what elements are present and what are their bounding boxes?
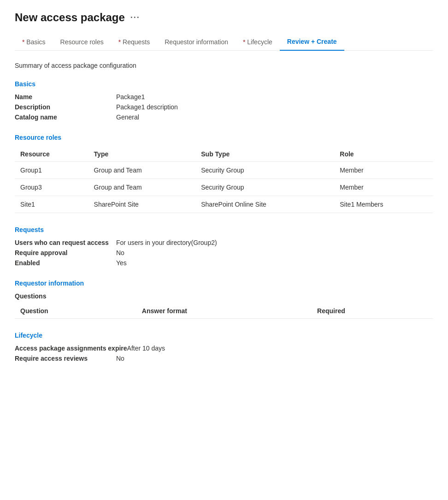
lifecycle-expire-value: After 10 days [127,345,165,352]
basics-name-value: Package1 [116,93,145,101]
tab-review-create[interactable]: Review + Create [280,33,344,51]
col-role: Role [334,147,433,162]
role-cell: Member [334,162,433,179]
col-type: Type [88,147,196,162]
type-cell: Group and Team [88,162,196,179]
basics-description-row: Description Package1 description [15,103,433,111]
subtype-cell: Security Group [195,162,334,179]
basics-description-label: Description [15,103,116,111]
tab-resource-roles[interactable]: Resource roles [53,34,111,50]
questions-label: Questions [15,292,433,300]
questions-header-row: Question Answer format Required [15,304,433,319]
role-cell: Site1 Members [334,196,433,213]
col-question: Question [15,304,136,319]
summary-text: Summary of access package configuration [15,62,433,69]
tab-requestor-information[interactable]: Requestor information [157,34,236,50]
resource-cell: Group1 [15,162,88,179]
requests-users-row: Users who can request access For users i… [15,239,433,246]
tab-requests[interactable]: Requests [111,34,158,50]
lifecycle-reviews-label: Require access reviews [15,355,116,362]
tab-basics[interactable]: Basics [15,34,53,50]
questions-table: Question Answer format Required [15,304,433,319]
resource-table-header-row: Resource Type Sub Type Role [15,147,433,162]
table-row: Group1 Group and Team Security Group Mem… [15,162,433,179]
requestor-info-section-title: Requestor information [15,280,433,287]
subtype-cell: SharePoint Online Site [195,196,334,213]
basics-name-row: Name Package1 [15,93,433,101]
requests-approval-value: No [116,249,124,256]
requests-enabled-value: Yes [116,259,127,267]
col-resource: Resource [15,147,88,162]
type-cell: SharePoint Site [88,196,196,213]
requests-approval-row: Require approval No [15,249,433,256]
basics-catalog-value: General [116,113,139,121]
lifecycle-reviews-value: No [116,355,124,362]
resource-roles-table: Resource Type Sub Type Role Group1 Group… [15,147,433,213]
resource-cell: Site1 [15,196,88,213]
col-subtype: Sub Type [195,147,334,162]
requests-approval-label: Require approval [15,249,116,256]
tabs-nav: Basics Resource roles Requests Requestor… [15,33,433,51]
lifecycle-section: Lifecycle Access package assignments exp… [15,332,433,362]
basics-name-label: Name [15,93,116,101]
lifecycle-expire-row: Access package assignments expire After … [15,345,433,352]
basics-description-value: Package1 description [116,103,178,111]
requests-section: Requests Users who can request access Fo… [15,226,433,267]
ellipsis-menu-button[interactable]: ··· [130,13,140,23]
requests-section-title: Requests [15,226,433,233]
col-required: Required [312,304,433,319]
page-header: New access package ··· [15,11,433,24]
basics-catalog-label: Catalog name [15,113,116,121]
requests-users-value: For users in your directory(Group2) [116,239,217,246]
resource-roles-section: Resource roles Resource Type Sub Type Ro… [15,134,433,213]
requestor-info-section: Requestor information Questions Question… [15,280,433,319]
lifecycle-expire-label: Access package assignments expire [15,345,127,352]
type-cell: Group and Team [88,179,196,196]
lifecycle-section-title: Lifecycle [15,332,433,339]
tab-lifecycle[interactable]: Lifecycle [236,34,280,50]
resource-cell: Group3 [15,179,88,196]
col-answer-format: Answer format [136,304,312,319]
requests-users-label: Users who can request access [15,239,116,246]
table-row: Site1 SharePoint Site SharePoint Online … [15,196,433,213]
role-cell: Member [334,179,433,196]
page-title: New access package [15,11,125,24]
basics-catalog-row: Catalog name General [15,113,433,121]
basics-section-title: Basics [15,80,433,88]
resource-roles-section-title: Resource roles [15,134,433,141]
basics-section: Basics Name Package1 Description Package… [15,80,433,121]
lifecycle-reviews-row: Require access reviews No [15,355,433,362]
requests-enabled-row: Enabled Yes [15,259,433,267]
requests-enabled-label: Enabled [15,259,116,267]
table-row: Group3 Group and Team Security Group Mem… [15,179,433,196]
subtype-cell: Security Group [195,179,334,196]
